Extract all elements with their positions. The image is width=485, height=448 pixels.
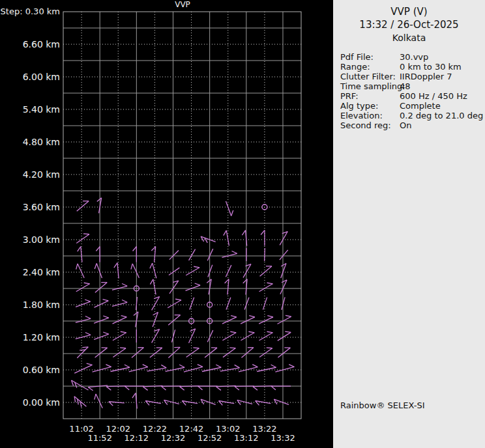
wind-barb-tick: [88, 387, 93, 391]
wind-barb-tick: [103, 316, 108, 318]
wind-barb-tick: [216, 387, 221, 390]
x-axis-label: 12:32: [161, 433, 185, 443]
wind-barb-tick: [271, 365, 276, 367]
chart-title: VVP: [175, 0, 190, 9]
wind-barb-staff: [226, 265, 231, 277]
parameter-label: Clutter Filter:: [340, 72, 400, 81]
parameter-label: Time sampling:: [340, 81, 400, 91]
y-axis-label: 0.60 km: [23, 365, 60, 375]
wind-barb-tick: [261, 231, 265, 235]
wind-barb-staff: [241, 317, 255, 324]
wind-barb-staff: [205, 348, 217, 357]
wind-barb-staff: [280, 280, 287, 294]
wind-barb-tick: [96, 247, 100, 251]
wind-barb-staff: [117, 263, 119, 279]
wind-barb-tick: [248, 331, 254, 333]
wind-barb-staff: [259, 284, 273, 292]
wind-barb-staff: [278, 332, 291, 341]
y-axis-label: 1.20 km: [23, 332, 60, 343]
x-axis-label: 12:22: [143, 424, 167, 434]
wind-barb-tick: [198, 386, 203, 390]
parameter-value: Complete: [400, 101, 441, 111]
wind-barb-plot: VVPStep: 0.30 km6.60 km6.00 km5.40 km4.8…: [0, 0, 333, 448]
wind-barb-tick: [162, 386, 166, 390]
wind-barb-tick: [106, 387, 111, 391]
wind-barb-tick: [122, 300, 127, 302]
wind-barb-tick: [95, 394, 96, 400]
info-panel: VVP (V) 13:32 / 26-Oct-2025 Kolkata Pdf …: [333, 0, 485, 448]
wind-barb-staff: [260, 266, 272, 276]
wind-barb-staff: [263, 298, 267, 310]
y-axis-label: 0.00 km: [23, 397, 60, 408]
wind-barb-staff: [259, 348, 272, 357]
wind-barb-tick: [103, 332, 108, 334]
wind-barb-tick: [143, 365, 148, 367]
wind-barb-tick: [235, 386, 239, 390]
wind-barb-staff: [109, 402, 125, 403]
wind-barb-staff: [226, 231, 229, 246]
wind-profile-chart: VVPStep: 0.30 km6.60 km6.00 km5.40 km4.8…: [0, 0, 333, 448]
wind-barb-staff: [280, 232, 287, 245]
wind-barb-staff: [226, 201, 231, 216]
wind-barb-staff: [259, 333, 273, 341]
parameter-value: 48: [400, 81, 411, 91]
wind-barb-tick: [161, 365, 166, 368]
vendor-footer: Rainbow® SELEX-SI: [340, 400, 425, 410]
wind-barb-tick: [253, 387, 257, 391]
product-parameters: Pdf File:30.vvpRange:0 km to 30 kmClutte…: [333, 52, 485, 130]
wind-barb-tick: [198, 365, 203, 367]
y-axis-label: 2.40 km: [23, 267, 60, 277]
wind-barb-staff: [239, 367, 257, 372]
wind-barb-tick: [120, 348, 126, 348]
wind-barb-tick: [82, 347, 88, 348]
parameter-label: Elevation:: [340, 111, 400, 120]
product-title: VVP (V): [333, 5, 485, 18]
wind-barb-staff: [278, 316, 291, 324]
wind-barb-tick: [224, 231, 227, 236]
wind-barb-staff: [184, 367, 203, 372]
wind-barb-tick: [85, 316, 91, 318]
wind-barb-staff: [77, 201, 89, 211]
wind-barb-staff: [241, 333, 255, 341]
wind-barb-staff: [171, 329, 175, 342]
wind-barb-staff: [74, 365, 92, 373]
y-axis-label: 5.40 km: [23, 104, 60, 115]
wind-barb-staff: [257, 367, 276, 371]
x-axis-label: 13:12: [234, 433, 258, 443]
wind-barb-tick: [267, 283, 273, 284]
wind-barb-staff: [241, 348, 253, 357]
wind-barb-staff: [150, 348, 162, 357]
parameter-value: 30.vvp: [400, 52, 428, 62]
wind-barb-staff: [76, 318, 91, 322]
x-axis-label: 13:02: [216, 424, 240, 434]
wind-barb-staff: [208, 265, 213, 277]
wind-barb-tick: [175, 299, 181, 300]
y-axis-label: 4.20 km: [23, 169, 60, 180]
wind-barb-tick: [87, 363, 93, 365]
wind-barb-tick: [271, 386, 276, 390]
wind-barb-staff: [169, 251, 179, 260]
parameter-label: PRF:: [340, 91, 400, 101]
wind-barb-staff: [132, 348, 143, 357]
wind-barb-staff: [186, 285, 201, 290]
x-axis-label: 12:02: [106, 424, 130, 434]
wind-barb-tick: [267, 331, 273, 333]
wind-barb-staff: [132, 264, 139, 278]
wind-barb-tick: [121, 331, 126, 333]
wind-barb-staff: [278, 348, 290, 357]
x-axis-label: 12:42: [179, 424, 203, 434]
wind-barb-tick: [249, 316, 255, 317]
parameter-value: On: [400, 120, 411, 130]
y-axis-label: 3.00 km: [23, 234, 60, 245]
wind-barb-staff: [235, 386, 254, 387]
wind-barb-tick: [125, 365, 130, 367]
parameter-label: Alg type:: [340, 101, 400, 111]
wind-barb-staff: [186, 268, 199, 275]
wind-barb-tick: [84, 283, 90, 284]
wind-barb-tick: [229, 348, 235, 348]
wind-barb-tick: [121, 316, 127, 317]
wind-barb-staff: [282, 297, 285, 309]
wind-barb-tick: [267, 316, 273, 317]
site-name: Kolkata: [333, 31, 485, 44]
parameter-row: Alg type:Complete: [340, 101, 485, 111]
